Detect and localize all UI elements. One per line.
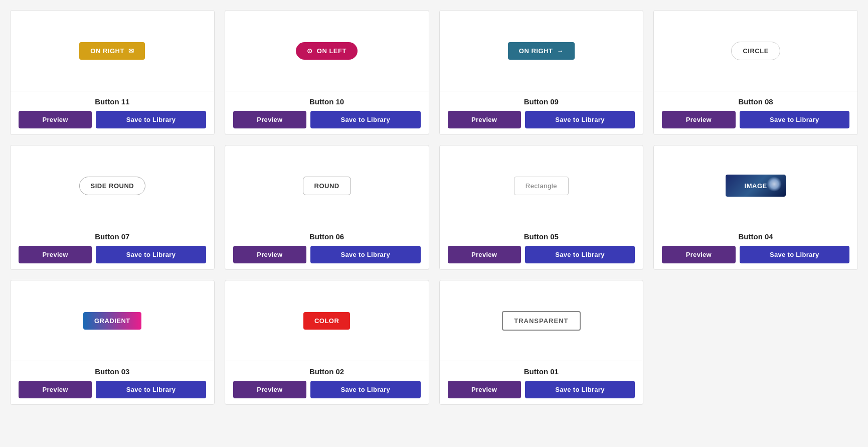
card-btn09: ON RIGHT → Button 09 Preview Save to Lib…	[439, 10, 644, 135]
card-footer-btn04: Button 04 Preview Save to Library	[654, 226, 857, 269]
card-footer-btn05: Button 05 Preview Save to Library	[440, 226, 643, 269]
card-btn05: Rectangle Button 05 Preview Save to Libr…	[439, 145, 644, 270]
card-title-btn08: Button 08	[662, 97, 849, 106]
transparent-label: TRANSPARENT	[514, 317, 568, 325]
card-preview-btn06: ROUND	[225, 145, 429, 226]
card-actions-btn11: Preview Save to Library	[19, 111, 206, 128]
preview-button-btn03[interactable]: Preview	[19, 381, 92, 398]
card-title-btn07: Button 07	[19, 232, 206, 241]
card-footer-btn03: Button 03 Preview Save to Library	[11, 361, 214, 404]
image-label: IMAGE	[745, 182, 767, 190]
card-btn06: ROUND Button 06 Preview Save to Library	[225, 145, 429, 270]
preview-button-btn04[interactable]: Preview	[662, 246, 735, 263]
card-actions-btn07: Preview Save to Library	[19, 246, 206, 263]
gradient-label: GRADIENT	[94, 317, 130, 325]
preview-button-btn10[interactable]: Preview	[233, 111, 306, 128]
image-button-inner: IMAGE	[726, 175, 786, 197]
mail-icon: ✉	[128, 47, 134, 55]
side-round-label: SIDE ROUND	[91, 182, 134, 190]
preview-button-btn06[interactable]: Preview	[233, 246, 306, 263]
card-actions-btn08: Preview Save to Library	[662, 111, 849, 128]
save-button-btn10[interactable]: Save to Library	[310, 111, 420, 128]
card-actions-btn06: Preview Save to Library	[233, 246, 421, 263]
card-actions-btn03: Preview Save to Library	[19, 381, 206, 398]
color-label: COLOR	[314, 317, 339, 325]
save-button-btn11[interactable]: Save to Library	[96, 111, 206, 128]
preview-button-btn08[interactable]: Preview	[662, 111, 735, 128]
save-button-btn03[interactable]: Save to Library	[96, 381, 206, 398]
button-grid-row-3: GRADIENT Button 03 Preview Save to Libra…	[10, 280, 643, 405]
card-footer-btn07: Button 07 Preview Save to Library	[11, 226, 214, 269]
button-grid-row-1: ON RIGHT ✉ Button 11 Preview Save to Lib…	[10, 10, 858, 135]
demo-button-on-right[interactable]: ON RIGHT ✉	[79, 42, 145, 60]
save-button-btn06[interactable]: Save to Library	[310, 246, 420, 263]
card-title-btn10: Button 10	[233, 97, 421, 106]
demo-button-side-round[interactable]: SIDE ROUND	[79, 177, 146, 195]
card-preview-btn02: COLOR	[225, 280, 429, 361]
card-title-btn06: Button 06	[233, 232, 421, 241]
card-preview-btn04: IMAGE	[654, 145, 857, 226]
preview-button-btn11[interactable]: Preview	[19, 111, 92, 128]
on-right-arrow-label: ON RIGHT	[519, 47, 553, 55]
button-grid-row-2: SIDE ROUND Button 07 Preview Save to Lib…	[10, 145, 858, 270]
card-footer-btn06: Button 06 Preview Save to Library	[225, 226, 429, 269]
card-title-btn05: Button 05	[448, 232, 635, 241]
demo-button-on-right-arrow[interactable]: ON RIGHT →	[508, 42, 575, 60]
save-button-btn09[interactable]: Save to Library	[525, 111, 635, 128]
card-title-btn03: Button 03	[19, 367, 206, 376]
card-footer-btn01: Button 01 Preview Save to Library	[440, 361, 643, 404]
card-actions-btn02: Preview Save to Library	[233, 381, 421, 398]
demo-button-on-left[interactable]: ⊙ ON LEFT	[296, 42, 358, 60]
card-footer-btn10: Button 10 Preview Save to Library	[225, 91, 429, 134]
play-icon: ⊙	[307, 47, 313, 55]
demo-button-color[interactable]: COLOR	[303, 312, 350, 330]
save-button-btn01[interactable]: Save to Library	[525, 381, 635, 398]
card-btn02: COLOR Button 02 Preview Save to Library	[225, 280, 429, 405]
card-title-btn09: Button 09	[448, 97, 635, 106]
card-title-btn02: Button 02	[233, 367, 421, 376]
demo-button-round[interactable]: ROUND	[303, 177, 351, 195]
card-preview-btn10: ⊙ ON LEFT	[225, 11, 429, 91]
save-button-btn02[interactable]: Save to Library	[310, 381, 420, 398]
rectangle-label: Rectangle	[526, 182, 557, 190]
card-preview-btn03: GRADIENT	[11, 280, 214, 361]
card-actions-btn10: Preview Save to Library	[233, 111, 421, 128]
demo-button-gradient[interactable]: GRADIENT	[83, 312, 141, 330]
card-btn11: ON RIGHT ✉ Button 11 Preview Save to Lib…	[10, 10, 215, 135]
save-button-btn05[interactable]: Save to Library	[525, 246, 635, 263]
save-button-btn08[interactable]: Save to Library	[740, 111, 849, 128]
card-preview-btn07: SIDE ROUND	[11, 145, 214, 226]
card-btn04: IMAGE Button 04 Preview Save to Library	[653, 145, 858, 270]
card-preview-btn08: CIRCLE	[654, 11, 857, 91]
preview-button-btn02[interactable]: Preview	[233, 381, 306, 398]
preview-button-btn07[interactable]: Preview	[19, 246, 92, 263]
card-actions-btn01: Preview Save to Library	[448, 381, 635, 398]
card-preview-btn01: TRANSPARENT	[440, 280, 643, 361]
card-btn10: ⊙ ON LEFT Button 10 Preview Save to Libr…	[225, 10, 429, 135]
preview-button-btn01[interactable]: Preview	[448, 381, 521, 398]
card-preview-btn11: ON RIGHT ✉	[11, 11, 214, 91]
card-preview-btn09: ON RIGHT →	[440, 11, 643, 91]
arrow-right-icon: →	[557, 47, 564, 55]
demo-button-transparent[interactable]: TRANSPARENT	[502, 311, 580, 331]
round-label: ROUND	[314, 182, 339, 190]
demo-button-circle[interactable]: CIRCLE	[731, 42, 780, 60]
card-btn03: GRADIENT Button 03 Preview Save to Libra…	[10, 280, 215, 405]
card-title-btn04: Button 04	[662, 232, 849, 241]
save-button-btn07[interactable]: Save to Library	[96, 246, 206, 263]
preview-button-btn09[interactable]: Preview	[448, 111, 521, 128]
on-left-label: ON LEFT	[317, 47, 346, 55]
card-footer-btn08: Button 08 Preview Save to Library	[654, 91, 857, 134]
demo-button-image[interactable]: IMAGE	[726, 175, 786, 197]
preview-button-btn05[interactable]: Preview	[448, 246, 521, 263]
card-actions-btn09: Preview Save to Library	[448, 111, 635, 128]
card-footer-btn02: Button 02 Preview Save to Library	[225, 361, 429, 404]
save-button-btn04[interactable]: Save to Library	[740, 246, 849, 263]
card-btn08: CIRCLE Button 08 Preview Save to Library	[653, 10, 858, 135]
card-footer-btn11: Button 11 Preview Save to Library	[11, 91, 214, 134]
demo-button-rectangle[interactable]: Rectangle	[514, 177, 569, 195]
card-title-btn01: Button 01	[448, 367, 635, 376]
card-actions-btn04: Preview Save to Library	[662, 246, 849, 263]
card-btn07: SIDE ROUND Button 07 Preview Save to Lib…	[10, 145, 215, 270]
card-title-btn11: Button 11	[19, 97, 206, 106]
